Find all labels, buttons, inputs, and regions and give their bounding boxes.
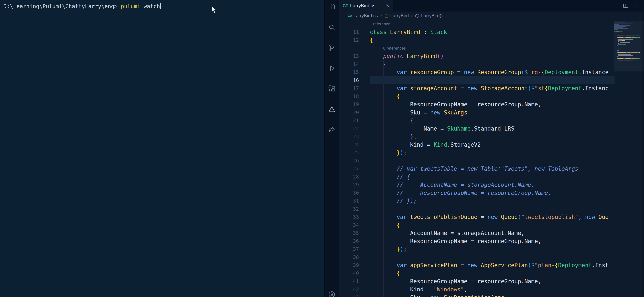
code-line[interactable]: 36 ResourceGroupName = resourceGroup.Nam…	[339, 237, 644, 245]
codelens-row[interactable]: 1 reference	[339, 20, 644, 28]
code-line[interactable]: 33 var tweetsToPublishQueue = new Queue(…	[339, 213, 644, 221]
explorer-icon[interactable]	[328, 3, 336, 11]
code-line[interactable]: 24 Kind = Kind.StorageV2	[339, 141, 644, 149]
line-number[interactable]: 31	[339, 197, 370, 205]
line-number[interactable]: 24	[339, 141, 370, 149]
line-number[interactable]: 13	[339, 52, 370, 60]
line-number[interactable]: 20	[339, 108, 370, 117]
terminal-window[interactable]: D:\Learning\Pulumi\ChattyLarry\eng> pulu…	[0, 0, 324, 297]
search-icon[interactable]	[328, 23, 336, 31]
code-area[interactable]: 1 reference11class LarryBird : Stack12{0…	[339, 20, 644, 297]
code-line[interactable]: 29 // AccountName = storageAccount.Name,	[339, 181, 644, 189]
line-number[interactable]: 30	[339, 189, 370, 197]
line-number[interactable]: 22	[339, 124, 370, 133]
line-number[interactable]	[339, 44, 370, 52]
line-number[interactable]: 32	[339, 205, 370, 213]
line-number[interactable]: 15	[339, 68, 370, 76]
codelens-row[interactable]: 0 references	[339, 44, 644, 52]
code-line[interactable]: 34 {	[339, 221, 644, 229]
line-number[interactable]: 37	[339, 245, 370, 253]
line-number[interactable]: 25	[339, 149, 370, 157]
line-number[interactable]: 34	[339, 221, 370, 229]
triangle-extension-icon[interactable]	[328, 105, 336, 113]
line-number[interactable]	[339, 20, 370, 28]
code-line[interactable]: 39 var appServicePlan = new AppServicePl…	[339, 261, 644, 270]
extensions-icon[interactable]	[328, 85, 336, 92]
terminal-cwd-prompt: D:\Learning\Pulumi\ChattyLarry\eng>	[4, 3, 121, 10]
token: .Standard_LRS	[471, 125, 514, 132]
code-line[interactable]: 31 // });	[339, 197, 644, 205]
line-number[interactable]: 18	[339, 92, 370, 100]
code-line[interactable]: 14 {	[339, 60, 644, 68]
code-line[interactable]: 38	[339, 253, 644, 262]
line-number[interactable]: 43	[339, 294, 370, 297]
code-line[interactable]: 22 Name = SkuName.Standard_LRS	[339, 124, 644, 133]
code-line[interactable]: 42 Kind = "Windows",	[339, 286, 644, 294]
code-line[interactable]: 27 // var tweetsTable = new Table("Tweet…	[339, 165, 644, 173]
line-number[interactable]: 16	[339, 76, 370, 84]
line-number[interactable]: 17	[339, 84, 370, 92]
line-number[interactable]: 23	[339, 132, 370, 141]
split-editor-icon[interactable]	[623, 3, 629, 9]
code-line[interactable]: 32	[339, 205, 644, 213]
code-line[interactable]: 43 Sku = new SkuDescriptionArgs	[339, 294, 644, 297]
line-number[interactable]: 21	[339, 116, 370, 124]
code-line[interactable]: 30 // ResourceGroupName = resourceGroup.…	[339, 189, 644, 197]
line-number[interactable]: 12	[339, 36, 370, 44]
code-line[interactable]: 13 public LarryBird()	[339, 52, 644, 60]
line-number[interactable]: 19	[339, 100, 370, 108]
line-number[interactable]: 41	[339, 277, 370, 286]
line-number[interactable]: 33	[339, 213, 370, 221]
code-line[interactable]: 28 // {	[339, 173, 644, 181]
line-number[interactable]: 36	[339, 237, 370, 245]
token: {	[397, 222, 400, 228]
line-number[interactable]: 40	[339, 270, 370, 278]
line-number[interactable]: 38	[339, 253, 370, 262]
token: Sku =	[410, 109, 430, 116]
code-line[interactable]: 20 Sku = new SkuArgs	[339, 108, 644, 117]
line-number[interactable]: 11	[339, 28, 370, 36]
minimap-line	[614, 58, 641, 59]
breadcrumb-item[interactable]: C#LarryBird.cs	[348, 13, 378, 18]
code-line[interactable]: 18 {	[339, 92, 644, 100]
line-number[interactable]: 35	[339, 229, 370, 237]
code-line[interactable]: 25 });	[339, 149, 644, 157]
code-line[interactable]: 40 {	[339, 270, 644, 278]
account-icon[interactable]	[328, 290, 336, 297]
token: =	[454, 69, 464, 76]
codelens-text[interactable]: 0 references	[370, 44, 614, 52]
code-line[interactable]: 35 AccountName = storageAccount.Name,	[339, 229, 644, 237]
breadcrumb-item[interactable]: LarryBird	[384, 13, 409, 18]
code-line[interactable]: 17 var storageAccount = new StorageAccou…	[339, 84, 644, 92]
line-number[interactable]: 29	[339, 181, 370, 189]
line-number[interactable]: 27	[339, 165, 370, 173]
breadcrumb-item[interactable]: LarryBird()	[415, 13, 443, 18]
share-icon[interactable]	[328, 126, 336, 134]
code-line[interactable]: 15 var resourceGroup = new ResourceGroup…	[339, 68, 644, 76]
code-line[interactable]: 23 },	[339, 132, 644, 141]
line-number[interactable]: 26	[339, 157, 370, 165]
code-line[interactable]: 41 ResourceGroupName = resourceGroup.Nam…	[339, 277, 644, 286]
vertical-scrollbar[interactable]	[642, 12, 644, 297]
more-actions-icon[interactable]: ⋯	[634, 2, 640, 9]
line-number[interactable]: 28	[339, 173, 370, 181]
source-control-icon[interactable]	[328, 44, 336, 52]
codelens-text[interactable]: 1 reference	[370, 20, 614, 28]
run-and-debug-icon[interactable]	[328, 64, 336, 72]
minimap[interactable]	[614, 21, 641, 297]
code-line[interactable]: 37 });	[339, 245, 644, 253]
code-line-text	[370, 76, 614, 84]
code-line[interactable]: 12{	[339, 36, 644, 44]
code-line[interactable]: 21 {	[339, 116, 644, 124]
code-line[interactable]: 16	[339, 76, 644, 84]
line-number[interactable]: 39	[339, 261, 370, 270]
code-line[interactable]: 26	[339, 157, 644, 165]
code-line[interactable]: 11class LarryBird : Stack	[339, 28, 644, 36]
tab-larrybird[interactable]: C# LarryBird.cs ×	[339, 0, 394, 12]
line-number[interactable]: 42	[339, 286, 370, 294]
tab-close-icon[interactable]: ×	[386, 3, 390, 9]
token	[440, 294, 444, 297]
code-line[interactable]: 19 ResourceGroupName = resourceGroup.Nam…	[339, 100, 644, 108]
token	[370, 270, 397, 277]
line-number[interactable]: 14	[339, 60, 370, 68]
